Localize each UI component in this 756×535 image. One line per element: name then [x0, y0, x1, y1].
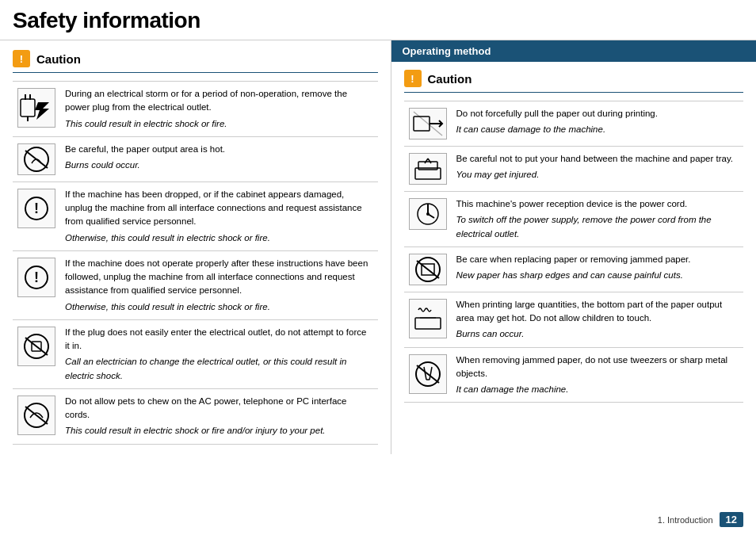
right-row-text-6b: It can damage the machine.: [456, 383, 739, 396]
table-row: Do not forcefully pull the paper out dur…: [404, 101, 744, 147]
row-text-1b: This could result in electric shock or f…: [65, 117, 373, 131]
no-hand-tray-icon: [409, 153, 447, 185]
right-row-text-4a: Be care when replacing paper or removing…: [456, 253, 739, 266]
svg-rect-24: [415, 318, 441, 329]
plug-storm-icon: [17, 88, 55, 128]
table-row: Be careful not to put your hand between …: [404, 147, 744, 192]
right-section-title: Caution: [428, 72, 472, 86]
icon-cell: [404, 347, 452, 403]
text-cell: If the machine has been dropped, or if t…: [60, 182, 378, 250]
icon-cell: [404, 192, 452, 247]
row-text-2b: Burns could occur.: [65, 159, 373, 172]
row-text-4a: If the machine does not operate properly…: [65, 257, 373, 298]
right-row-text-3b: To switch off the power supply, remove t…: [456, 213, 739, 241]
footer-label: 1. Introduction: [658, 515, 713, 525]
power-cord-icon: [409, 198, 447, 230]
caution-icon-right: !: [404, 70, 422, 87]
row-text-6b: This could result in electric shock or f…: [65, 424, 373, 438]
text-cell: If the machine does not operate properly…: [60, 250, 378, 319]
right-row-text-5a: When printing large quantities, the bott…: [456, 298, 739, 326]
no-pull-paper-icon: [409, 108, 447, 139]
row-text-1a: During an electrical storm or for a peri…: [65, 87, 373, 115]
svg-point-20: [426, 212, 430, 216]
table-row: ! If the machine has been dropped, or if…: [13, 182, 378, 250]
operating-method-bar: Operating method: [391, 40, 757, 62]
left-section-title: Caution: [36, 52, 81, 66]
right-column: Operating method ! Caution: [391, 40, 757, 454]
row-text-3a: If the machine has been dropped, or if t…: [65, 188, 373, 229]
no-touch-hot-icon: [17, 143, 55, 175]
table-row: ! If the machine does not operate proper…: [13, 250, 378, 319]
right-col-inner: ! Caution: [391, 70, 757, 403]
no-tweezers-icon: [409, 354, 447, 394]
svg-rect-0: [21, 99, 35, 117]
left-divider: [13, 72, 378, 73]
table-row: If the plug does not easily enter the el…: [13, 319, 378, 388]
right-caution-header: ! Caution: [404, 70, 744, 87]
svg-text:!: !: [34, 201, 39, 216]
icon-cell: [13, 319, 60, 388]
text-cell: Do not allow pets to chew on the AC powe…: [60, 388, 378, 444]
text-cell: This machine's power reception device is…: [452, 192, 744, 247]
row-text-5b: Call an electrician to change the electr…: [65, 355, 373, 383]
table-row: When removing jammed paper, do not use t…: [404, 347, 744, 403]
right-row-text-1b: It can cause damage to the machine.: [456, 123, 739, 136]
right-row-text-5b: Burns can occur.: [456, 327, 739, 341]
left-caution-header: ! Caution: [13, 50, 378, 67]
icon-cell: [13, 82, 60, 137]
right-row-text-2a: Be careful not to put your hand between …: [456, 152, 739, 166]
caution-operate-icon: !: [17, 258, 55, 297]
text-cell: Be careful not to put your hand between …: [452, 147, 744, 192]
right-info-table: Do not forcefully pull the paper out dur…: [404, 101, 744, 403]
icon-cell: [13, 136, 60, 182]
no-pets-chew-icon: [17, 396, 55, 435]
table-row: Be careful, the paper output area is hot…: [13, 136, 378, 182]
table-row: When printing large quantities, the bott…: [404, 292, 744, 347]
text-cell: When removing jammed paper, do not use t…: [452, 347, 744, 403]
text-cell: When printing large quantities, the bott…: [452, 292, 744, 347]
left-column: ! Caution: [0, 40, 391, 454]
icon-cell: [404, 101, 452, 147]
icon-cell: [404, 246, 452, 292]
right-section-bar-title: Operating method: [403, 45, 491, 57]
main-content: ! Caution: [0, 40, 756, 454]
caution-drop-icon: !: [17, 189, 55, 228]
icon-cell: [404, 292, 452, 347]
row-text-2a: Be careful, the paper output area is hot…: [65, 143, 373, 156]
row-text-3b: Otherwise, this could result in electric…: [65, 231, 373, 245]
right-divider: [404, 92, 744, 93]
icon-cell: !: [13, 182, 60, 250]
icon-cell: [404, 147, 452, 192]
row-text-6a: Do not allow pets to chew on the AC powe…: [65, 395, 373, 422]
text-cell: If the plug does not easily enter the el…: [60, 319, 378, 388]
hot-output-icon: [409, 299, 447, 338]
right-row-text-4b: New paper has sharp edges and can cause …: [456, 269, 739, 282]
text-cell: Do not forcefully pull the paper out dur…: [452, 101, 744, 147]
page-title: Safety information: [13, 8, 743, 33]
no-sharp-paper-icon: [409, 254, 447, 285]
right-row-text-2b: You may get injured.: [456, 168, 739, 182]
no-force-plug-icon: [17, 327, 55, 366]
table-row: Do not allow pets to chew on the AC powe…: [13, 388, 378, 444]
right-row-text-1a: Do not forcefully pull the paper out dur…: [456, 107, 739, 120]
left-info-table: During an electrical storm or for a peri…: [13, 81, 378, 445]
page-header: Safety information: [0, 0, 756, 40]
page-number: 12: [720, 512, 743, 527]
table-row: This machine's power reception device is…: [404, 192, 744, 247]
table-row: Be care when replacing paper or removing…: [404, 246, 744, 292]
icon-cell: !: [13, 250, 60, 319]
right-row-text-3a: This machine's power reception device is…: [456, 197, 739, 211]
text-cell: Be care when replacing paper or removing…: [452, 246, 744, 292]
caution-icon-left: !: [13, 50, 30, 67]
svg-text:!: !: [34, 269, 39, 285]
row-text-5a: If the plug does not easily enter the el…: [65, 326, 373, 353]
svg-line-11: [25, 338, 48, 355]
svg-line-14: [25, 407, 48, 424]
page-footer: 1. Introduction 12: [658, 512, 743, 527]
right-row-text-6a: When removing jammed paper, do not use t…: [456, 353, 739, 381]
icon-cell: [13, 388, 60, 444]
text-cell: Be careful, the paper output area is hot…: [60, 136, 378, 182]
text-cell: During an electrical storm or for a peri…: [60, 82, 378, 137]
table-row: During an electrical storm or for a peri…: [13, 82, 378, 137]
row-text-4b: Otherwise, this could result in electric…: [65, 300, 373, 314]
